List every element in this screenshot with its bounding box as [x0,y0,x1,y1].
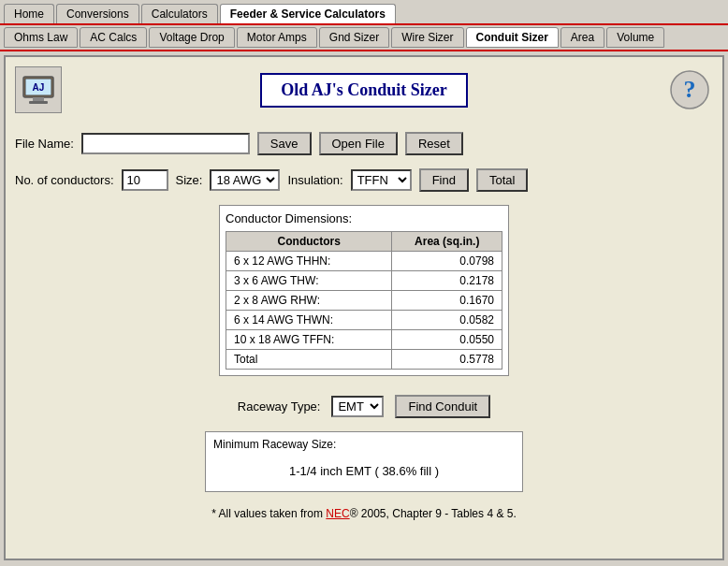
min-raceway-value: 1-1/4 inch EMT ( 38.6% fill ) [213,457,515,486]
tab-home[interactable]: Home [4,4,54,23]
tab-feeder-service[interactable]: Feeder & Service Calculators [220,4,396,23]
table-row-conductor-0: 6 x 12 AWG THHN: [226,252,392,271]
table-row-area-4: 0.0550 [392,330,502,350]
raceway-type-select[interactable]: EMT IMC RMC ENT FMC [331,396,384,417]
page-title: Old AJ's Conduit Sizer [260,73,468,108]
subtab-conduit-sizer[interactable]: Conduit Sizer [466,27,559,48]
subtab-wire-sizer[interactable]: Wire Sizer [391,27,463,48]
size-select[interactable]: 18 AWG 16 AWG 14 AWG 12 AWG 10 AWG 8 AWG… [210,169,280,191]
find-button[interactable]: Find [419,168,469,192]
insulation-label: Insulation: [287,173,342,187]
conductor-dimensions-title: Conductor Dimensions: [226,211,502,225]
conductor-dimensions-table: Conductors Area (sq.in.) 6 x 12 AWG THHN… [226,231,502,370]
insulation-select[interactable]: TFFN THW THHN RHW THWN [351,169,412,191]
table-row-conductor-1: 3 x 6 AWG THW: [226,271,392,291]
find-conduit-button[interactable]: Find Conduit [395,395,490,418]
subtab-ohms-law[interactable]: Ohms Law [4,27,78,48]
header-row: AJ Old AJ's Conduit Sizer ? [15,66,713,113]
file-name-row: File Name: Save Open File Reset [15,132,713,155]
table-row-area-5: 0.5778 [392,350,502,370]
footer-suffix: ® 2005, Chapter 9 - Tables 4 & 5. [350,507,517,520]
save-button[interactable]: Save [257,132,312,155]
nec-link[interactable]: NEC [326,507,349,520]
no-of-conductors-label: No. of conductors: [15,173,114,187]
table-row-conductor-5: Total [226,350,392,370]
conductors-row: No. of conductors: Size: 18 AWG 16 AWG 1… [15,168,713,192]
table-row-conductor-3: 6 x 14 AWG THWN: [226,311,392,330]
svg-rect-2 [33,97,44,101]
footer-prefix: * All values taken from [211,507,326,520]
subtab-ac-calcs[interactable]: AC Calcs [80,27,147,48]
size-label: Size: [176,173,203,187]
open-file-button[interactable]: Open File [319,132,398,155]
col-header-area: Area (sq.in.) [392,232,502,252]
no-of-conductors-input[interactable] [122,169,168,191]
help-icon[interactable]: ? [666,66,713,113]
table-row-area-2: 0.1670 [392,291,502,311]
svg-rect-3 [29,101,48,104]
svg-text:AJ: AJ [33,82,45,93]
table-row-area-3: 0.0582 [392,311,502,330]
subtab-area[interactable]: Area [561,27,604,48]
footer-note: * All values taken from NEC® 2005, Chapt… [15,507,713,520]
tab-conversions[interactable]: Conversions [56,4,139,23]
table-row-conductor-2: 2 x 8 AWG RHW: [226,291,392,311]
raceway-type-row: Raceway Type: EMT IMC RMC ENT FMC Find C… [15,395,713,418]
table-row-area-0: 0.0798 [392,252,502,271]
file-name-label: File Name: [15,137,74,151]
app-icon: AJ [15,66,62,113]
subtab-voltage-drop[interactable]: Voltage Drop [149,27,234,48]
raceway-type-label: Raceway Type: [238,399,321,414]
subtab-volume[interactable]: Volume [606,27,664,48]
min-raceway-title: Minimum Raceway Size: [213,438,515,451]
total-button[interactable]: Total [476,168,528,192]
file-name-input[interactable] [81,133,250,154]
main-content: AJ Old AJ's Conduit Sizer ? File Name: S… [4,55,724,560]
top-tab-bar: Home Conversions Calculators Feeder & Se… [0,0,728,23]
subtab-gnd-sizer[interactable]: Gnd Sizer [319,27,389,48]
tab-calculators[interactable]: Calculators [141,4,218,23]
conductor-dimensions-container: Conductor Dimensions: Conductors Area (s… [219,205,509,376]
min-raceway-container: Minimum Raceway Size: 1-1/4 inch EMT ( 3… [205,431,523,492]
svg-text:?: ? [684,76,696,103]
table-row-conductor-4: 10 x 18 AWG TFFN: [226,330,392,350]
col-header-conductors: Conductors [226,232,392,252]
sub-tab-bar: Ohms Law AC Calcs Voltage Drop Motor Amp… [0,23,728,51]
table-row-area-1: 0.2178 [392,271,502,291]
reset-button[interactable]: Reset [405,132,463,155]
subtab-motor-amps[interactable]: Motor Amps [237,27,317,48]
